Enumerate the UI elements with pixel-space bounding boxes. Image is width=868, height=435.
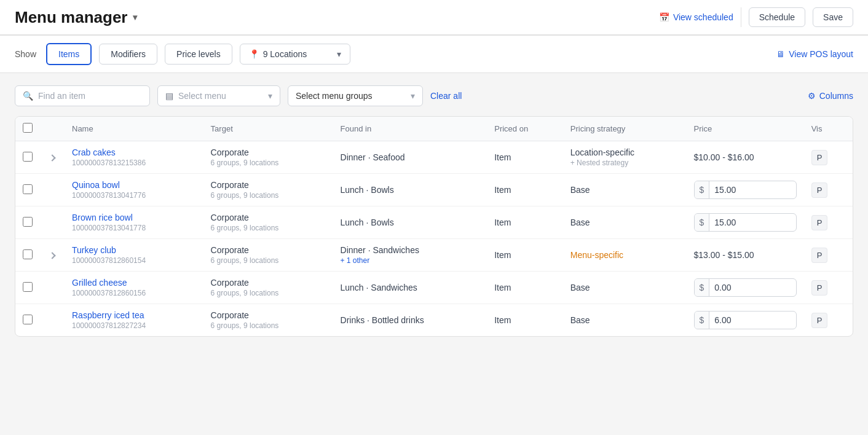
- view-scheduled-label: View scheduled: [673, 12, 733, 22]
- priced-on: Item: [494, 185, 511, 195]
- price-input[interactable]: [709, 312, 752, 329]
- header-actions: 📅 View scheduled Schedule Save: [659, 7, 853, 27]
- col-checkbox: [15, 117, 40, 141]
- price-range: $13.00 - $15.00: [694, 250, 754, 260]
- target-sub: 6 groups, 9 locations: [211, 321, 326, 330]
- vis-badge[interactable]: P: [811, 215, 828, 230]
- col-pricing-strategy: Pricing strategy: [563, 117, 687, 141]
- pricing-sub: + Nested strategy: [570, 159, 679, 167]
- table-row: Brown rice bowl 100000037813041778 Corpo…: [15, 206, 853, 239]
- found-in: Lunch · Sandwiches: [341, 283, 480, 292]
- view-scheduled-button[interactable]: 📅 View scheduled: [659, 12, 733, 22]
- columns-button[interactable]: ⚙ Columns: [808, 91, 853, 101]
- price-range: $10.00 - $16.00: [694, 152, 754, 162]
- view-pos-button[interactable]: 🖥 View POS layout: [776, 49, 853, 59]
- target-sub: 6 groups, 9 locations: [211, 224, 326, 232]
- app-header: Menu manager ▾ 📅 View scheduled Schedule…: [0, 0, 868, 35]
- columns-label: Columns: [819, 91, 853, 101]
- select-all-checkbox[interactable]: [23, 123, 33, 133]
- price-input-wrap: $: [694, 311, 797, 329]
- currency-symbol: $: [695, 312, 710, 329]
- price-input[interactable]: [709, 279, 752, 296]
- schedule-button[interactable]: Schedule: [749, 7, 805, 27]
- header-divider: [741, 7, 741, 27]
- target-sub: 6 groups, 9 locations: [211, 191, 326, 200]
- chevron-right-icon: [49, 154, 55, 161]
- expand-button[interactable]: [47, 151, 57, 165]
- currency-symbol: $: [695, 181, 710, 198]
- item-name[interactable]: Crab cakes: [72, 147, 196, 157]
- row-checkbox[interactable]: [23, 249, 33, 259]
- row-checkbox[interactable]: [23, 315, 33, 324]
- vis-badge[interactable]: P: [811, 313, 828, 328]
- title-dropdown-arrow[interactable]: ▾: [133, 12, 137, 22]
- app-title: Menu manager ▾: [15, 8, 137, 27]
- chevron-right-icon: [49, 252, 55, 259]
- priced-on: Item: [494, 218, 511, 227]
- select-groups-dropdown[interactable]: Select menu groups ▾: [288, 85, 423, 106]
- row-checkbox[interactable]: [23, 152, 33, 162]
- table-row: Grilled cheese 100000037812860156 Corpor…: [15, 272, 853, 304]
- table-header: Name Target Found in Priced on Pricing s…: [15, 117, 853, 141]
- priced-on: Item: [494, 250, 511, 260]
- found-in: Drinks · Bottled drinks: [341, 315, 480, 325]
- table-row: Quinoa bowl 100000037813041776 Corporate…: [15, 174, 853, 206]
- row-checkbox[interactable]: [23, 217, 33, 227]
- pricing-strategy: Base: [570, 283, 679, 292]
- app-title-text: Menu manager: [15, 8, 128, 27]
- currency-symbol: $: [695, 214, 710, 231]
- target-name: Corporate: [211, 180, 326, 190]
- item-id: 100000037812827234: [72, 321, 196, 330]
- item-name[interactable]: Quinoa bowl: [72, 180, 196, 190]
- expand-button[interactable]: [47, 248, 57, 262]
- pricing-strategy: Menu-specific: [570, 250, 679, 260]
- currency-symbol: $: [695, 279, 710, 296]
- item-name[interactable]: Grilled cheese: [72, 278, 196, 288]
- select-menu-chevron-icon: ▾: [268, 91, 272, 101]
- items-tab[interactable]: Items: [46, 43, 92, 65]
- price-levels-tab[interactable]: Price levels: [165, 44, 232, 65]
- priced-on: Item: [494, 152, 511, 162]
- target-name: Corporate: [211, 213, 326, 222]
- price-input[interactable]: [709, 181, 752, 198]
- search-input[interactable]: [38, 91, 136, 101]
- col-found-in: Found in: [333, 117, 487, 141]
- priced-on: Item: [494, 315, 511, 325]
- clear-all-button[interactable]: Clear all: [430, 91, 462, 101]
- found-in: Lunch · Bowls: [341, 218, 480, 227]
- item-name[interactable]: Raspberry iced tea: [72, 310, 196, 320]
- vis-badge[interactable]: P: [811, 248, 828, 263]
- locations-label: 9 Locations: [263, 49, 307, 59]
- col-price: Price: [687, 117, 804, 141]
- price-input[interactable]: [709, 214, 752, 231]
- item-id: 100000037813041776: [72, 191, 196, 200]
- select-groups-placeholder: Select menu groups: [296, 91, 373, 101]
- target-sub: 6 groups, 9 locations: [211, 159, 326, 167]
- modifiers-tab[interactable]: Modifiers: [99, 44, 157, 65]
- target-name: Corporate: [211, 147, 326, 157]
- select-menu-dropdown[interactable]: ▤ Select menu ▾: [157, 85, 280, 106]
- locations-dropdown[interactable]: 📍 9 Locations ▾: [240, 44, 350, 65]
- vis-badge[interactable]: P: [811, 280, 828, 296]
- row-checkbox[interactable]: [23, 184, 33, 194]
- pos-icon: 🖥: [776, 49, 785, 59]
- location-icon: 📍: [249, 49, 259, 59]
- pricing-strategy: Base: [570, 185, 679, 195]
- vis-badge[interactable]: P: [811, 150, 828, 165]
- item-name[interactable]: Brown rice bowl: [72, 213, 196, 222]
- pricing-strategy: Location-specific: [570, 147, 679, 157]
- found-in: Dinner · Sandwiches: [341, 245, 480, 255]
- item-name[interactable]: Turkey club: [72, 245, 196, 255]
- found-in: Lunch · Bowls: [341, 185, 480, 195]
- priced-on: Item: [494, 283, 511, 292]
- main-content: 🔍 ▤ Select menu ▾ Select menu groups ▾ C…: [0, 73, 868, 349]
- item-id: 100000037813215386: [72, 159, 196, 167]
- vis-badge[interactable]: P: [811, 182, 828, 198]
- row-checkbox[interactable]: [23, 282, 33, 292]
- col-vis: Vis: [804, 117, 853, 141]
- pricing-strategy: Base: [570, 218, 679, 227]
- save-button[interactable]: Save: [813, 7, 853, 27]
- found-in-extra[interactable]: + 1 other: [341, 256, 480, 265]
- pricing-strategy: Base: [570, 315, 679, 325]
- target-name: Corporate: [211, 278, 326, 288]
